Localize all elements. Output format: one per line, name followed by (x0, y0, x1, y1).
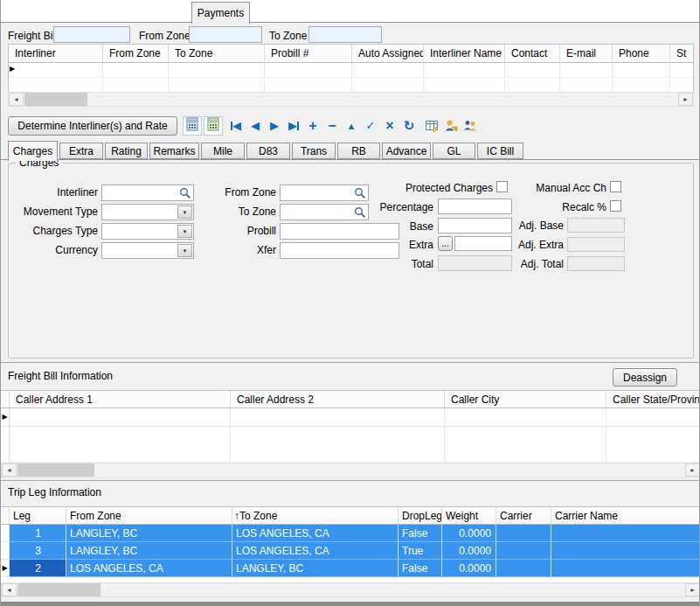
cell-to-zone[interactable]: LOS ANGELES, CA (232, 542, 399, 560)
cell-to-zone[interactable]: LOS ANGELES, CA (232, 525, 399, 542)
cancel-edit-button[interactable]: × (380, 116, 399, 136)
last-record-button[interactable]: ▶ (284, 116, 303, 136)
movement-type-combo[interactable]: ▼ (101, 204, 194, 220)
delete-record-button[interactable]: − (322, 116, 342, 136)
trip-leg-row-1[interactable]: 1 LANGLEY, BC LOS ANGELES, CA False 0.00… (1, 525, 700, 542)
calculator-button[interactable] (183, 116, 202, 136)
edit-record-button[interactable]: ▲ (342, 116, 361, 136)
cell-carrier[interactable] (496, 560, 551, 577)
column-header-contact[interactable]: Contact (505, 45, 560, 62)
cell-carrier-name[interactable] (551, 525, 700, 542)
scroll-right-button[interactable]: ► (685, 583, 700, 596)
grid-cell[interactable] (231, 408, 445, 462)
tab-remarks[interactable]: Remarks (149, 143, 199, 159)
column-header-from-zone[interactable]: From Zone (66, 507, 232, 524)
trip-leg-hscrollbar[interactable]: ◄ ► (1, 582, 700, 597)
percentage-input[interactable] (438, 199, 512, 214)
column-header-dropleg[interactable]: DropLeg (399, 507, 442, 524)
cell-to-zone[interactable]: LANGLEY, BC (232, 560, 399, 577)
cell-dropleg[interactable]: False (399, 525, 442, 542)
refresh-button[interactable]: ↻ (399, 116, 419, 136)
cell-carrier[interactable] (496, 525, 551, 542)
user-security-button[interactable] (441, 116, 461, 136)
column-header-interliner-name[interactable]: Interliner Name (424, 45, 505, 62)
search-icon[interactable] (179, 187, 191, 199)
tab-charges[interactable]: Charges (8, 141, 58, 161)
column-header-carrier[interactable]: Carrier (496, 507, 551, 524)
column-header-st[interactable]: St (670, 45, 693, 62)
cell-carrier-name[interactable] (551, 560, 700, 577)
scroll-right-button[interactable]: ► (685, 463, 700, 477)
cell-from-zone[interactable]: LANGLEY, BC (66, 525, 232, 542)
column-header-phone[interactable]: Phone (613, 45, 670, 62)
scrollbar-thumb[interactable] (17, 583, 100, 596)
charges-from-zone-lookup-field[interactable] (280, 185, 369, 201)
cell-from-zone[interactable]: LOS ANGELES, CA (66, 560, 232, 577)
column-header-caller-address-1[interactable]: Caller Address 1 (10, 391, 231, 407)
column-header-probill[interactable]: Probill # (265, 45, 352, 62)
freight-bill-info-hscrollbar[interactable]: ◄ ► (1, 463, 700, 477)
dropdown-button[interactable]: ▼ (177, 225, 192, 238)
column-header-caller-city[interactable]: Caller City (445, 391, 606, 407)
extra-ellipsis-button[interactable]: ... (438, 236, 453, 251)
cell-leg[interactable]: 1 (10, 525, 66, 542)
column-header-to-zone[interactable]: To Zone (169, 45, 265, 62)
cell-dropleg[interactable]: True (399, 542, 442, 560)
determine-interliner-rate-button[interactable]: Determine Interliner(s) and Rate (8, 116, 177, 136)
cell-leg-focused[interactable]: 2 (10, 560, 66, 577)
grid-cell[interactable] (606, 408, 700, 462)
prior-record-button[interactable]: ◀ (246, 116, 265, 136)
interliner-lookup-field[interactable] (101, 185, 194, 201)
tab-payments[interactable]: Payments (191, 2, 250, 24)
column-header-leg[interactable]: Leg (10, 507, 66, 524)
column-header-weight[interactable]: Weight (442, 507, 496, 524)
cell-carrier[interactable] (496, 542, 551, 560)
tab-gl[interactable]: GL (433, 143, 475, 159)
cell-weight[interactable]: 0.0000 (442, 560, 496, 577)
column-header-interliner[interactable]: Interliner (9, 45, 103, 62)
tab-rating[interactable]: Rating (105, 143, 148, 159)
cell-weight[interactable]: 0.0000 (442, 542, 496, 560)
scrollbar-thumb[interactable] (17, 463, 94, 477)
column-header-auto-assigned[interactable]: Auto Assigned (352, 45, 424, 62)
scroll-right-button[interactable]: ► (678, 93, 693, 106)
interliner-grid-hscrollbar[interactable]: ◄ ► (8, 92, 694, 107)
scrollbar-thumb[interactable] (24, 93, 87, 106)
column-header-carrier-name[interactable]: Carrier Name (551, 507, 700, 524)
column-header-caller-state-province[interactable]: Caller State/Provin (606, 391, 700, 407)
grid-cell[interactable] (10, 408, 231, 462)
deassign-button[interactable]: Deassign (613, 368, 677, 387)
tab-ic-bill[interactable]: IC Bill (477, 143, 523, 159)
insert-record-button[interactable]: + (303, 116, 322, 136)
recalc-checkbox[interactable] (610, 200, 621, 212)
tab-d83[interactable]: D83 (246, 143, 290, 159)
column-header-from-zone[interactable]: From Zone (103, 45, 169, 62)
charges-type-combo[interactable]: ▼ (101, 223, 194, 240)
tab-advance[interactable]: Advance (382, 143, 431, 159)
currency-combo[interactable]: ▼ (101, 242, 194, 259)
manual-acc-ch-checkbox[interactable] (610, 181, 621, 192)
scroll-left-button[interactable]: ◄ (2, 583, 17, 596)
trip-leg-row-3-selected[interactable]: ▶ 2 LOS ANGELES, CA LANGLEY, BC False 0.… (1, 560, 700, 577)
tab-rb[interactable]: RB (337, 143, 380, 159)
first-record-button[interactable]: ◀ (226, 116, 246, 136)
search-icon[interactable] (354, 187, 366, 199)
dropdown-button[interactable]: ▼ (177, 205, 192, 219)
interliner-grid-body[interactable]: ▶ (9, 63, 693, 92)
scroll-left-button[interactable]: ◄ (2, 463, 17, 477)
next-record-button[interactable]: ▶ (265, 116, 284, 136)
post-edit-button[interactable]: ✓ (361, 116, 380, 136)
grid-cell[interactable] (445, 408, 606, 462)
tab-mile[interactable]: Mile (201, 143, 245, 159)
edit-grid-button[interactable] (422, 116, 441, 136)
tab-trans[interactable]: Trans (292, 143, 336, 159)
cell-leg[interactable]: 3 (10, 542, 66, 560)
cell-carrier-name[interactable] (551, 542, 700, 560)
cell-from-zone[interactable]: LANGLEY, BC (66, 542, 232, 560)
freight-bill-info-grid-body[interactable]: ▶ (1, 408, 700, 462)
protected-charges-checkbox[interactable] (496, 181, 508, 192)
trip-leg-row-2[interactable]: 3 LANGLEY, BC LOS ANGELES, CA True 0.000… (1, 542, 700, 560)
scroll-left-button[interactable]: ◄ (9, 93, 24, 106)
column-header-caller-address-2[interactable]: Caller Address 2 (231, 391, 445, 407)
dropdown-button[interactable]: ▼ (177, 244, 192, 257)
